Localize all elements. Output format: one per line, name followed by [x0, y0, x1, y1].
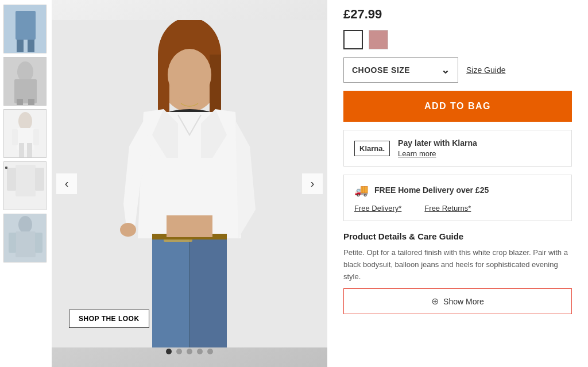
color-swatch-pink[interactable] [369, 30, 388, 49]
svg-rect-20 [5, 167, 7, 169]
svg-rect-37 [189, 235, 227, 347]
svg-rect-2 [17, 40, 24, 52]
color-swatches [343, 30, 572, 49]
free-returns-link[interactable]: Free Returns* [424, 204, 471, 213]
svg-point-5 [17, 61, 33, 82]
klarna-text: Pay later with Klarna Learn more [398, 138, 477, 158]
svg-rect-13 [33, 129, 39, 145]
size-dropdown[interactable]: CHOOSE SIZE ⌄ [343, 57, 458, 83]
chevron-down-icon: ⌄ [441, 64, 450, 76]
svg-rect-7 [17, 99, 23, 106]
dot-1[interactable] [166, 349, 172, 354]
dot-3[interactable] [187, 349, 192, 354]
svg-point-31 [168, 49, 211, 101]
prev-image-button[interactable]: ‹ [56, 173, 77, 194]
svg-rect-41 [167, 215, 212, 237]
svg-point-10 [18, 112, 32, 130]
svg-point-42 [120, 223, 136, 237]
size-dropdown-label: CHOOSE SIZE [352, 65, 410, 75]
main-image-area: ‹ › SHOP THE LOOK [52, 0, 327, 367]
thumbnail-2[interactable] [3, 57, 47, 106]
svg-rect-17 [16, 165, 36, 196]
product-details-panel: £27.99 CHOOSE SIZE ⌄ Size Guide ADD TO B… [327, 0, 588, 367]
thumbnail-1[interactable] [3, 5, 47, 53]
next-image-button[interactable]: › [302, 173, 323, 194]
delivery-truck-icon: 🚚 [354, 183, 369, 197]
product-details-heading: Product Details & Care Guide [343, 231, 572, 241]
free-delivery-link[interactable]: Free Delivery* [354, 204, 401, 213]
color-swatch-white[interactable] [343, 30, 363, 49]
thumbnail-5[interactable] [3, 214, 47, 262]
svg-rect-8 [28, 99, 34, 106]
svg-rect-24 [9, 233, 16, 253]
thumbnail-4[interactable] [3, 161, 47, 210]
svg-point-22 [18, 216, 32, 233]
svg-rect-12 [12, 129, 18, 145]
svg-rect-19 [35, 168, 44, 191]
svg-rect-15 [27, 143, 32, 158]
product-details-section: Product Details & Care Guide Petite. Opt… [343, 231, 572, 314]
delivery-title: FREE Home Delivery over £25 [374, 186, 489, 195]
svg-rect-25 [35, 233, 42, 253]
svg-rect-23 [16, 231, 36, 257]
klarna-section: Klarna. Pay later with Klarna Learn more [343, 130, 572, 167]
thumbnail-3[interactable] [3, 109, 47, 158]
klarna-learn-more-link[interactable]: Learn more [398, 149, 477, 158]
svg-rect-18 [7, 168, 16, 191]
svg-rect-1 [16, 11, 36, 40]
dot-4[interactable] [197, 349, 203, 354]
svg-rect-36 [152, 235, 189, 347]
klarna-logo: Klarna. [354, 141, 390, 156]
product-description: Petite. Opt for a tailored finish with t… [343, 247, 572, 283]
shop-the-look-button[interactable]: SHOP THE LOOK [69, 310, 149, 328]
svg-rect-3 [28, 40, 34, 52]
product-price: £27.99 [343, 7, 572, 22]
dot-indicators [166, 349, 213, 354]
delivery-links: Free Delivery* Free Returns* [354, 204, 561, 213]
delivery-section: 🚚 FREE Home Delivery over £25 Free Deliv… [343, 175, 572, 221]
show-more-label: Show More [443, 297, 484, 306]
dot-5[interactable] [207, 349, 213, 354]
add-to-bag-button[interactable]: ADD TO BAG [343, 91, 572, 122]
svg-rect-29 [158, 55, 169, 118]
delivery-title-row: 🚚 FREE Home Delivery over £25 [354, 183, 561, 197]
klarna-title: Pay later with Klarna [398, 138, 477, 148]
page-container: ‹ › SHOP THE LOOK £27.99 CHOOSE SIZE ⌄ [0, 0, 588, 367]
thumbnail-strip [0, 0, 52, 367]
show-more-button[interactable]: ⊕ Show More [343, 288, 572, 314]
svg-rect-14 [19, 143, 24, 158]
plus-circle-icon: ⊕ [431, 296, 439, 307]
size-row: CHOOSE SIZE ⌄ Size Guide [343, 57, 572, 83]
size-guide-link[interactable]: Size Guide [466, 65, 505, 75]
dot-2[interactable] [176, 349, 182, 354]
